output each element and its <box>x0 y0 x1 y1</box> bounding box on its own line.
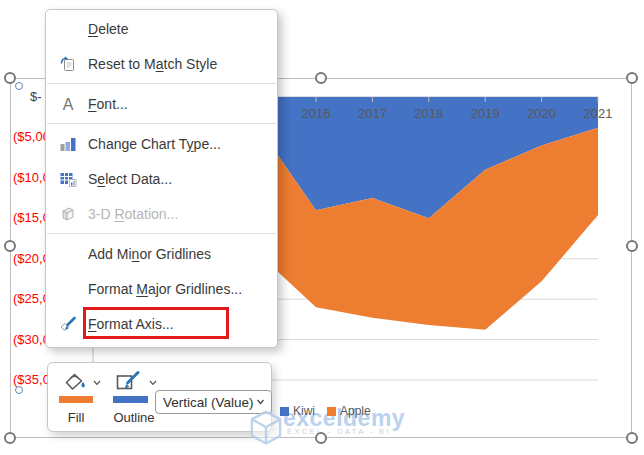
menu-item-label: Format Major Gridlines... <box>88 281 242 297</box>
menu-item-format-major-gridlines[interactable]: Format Major Gridlines... <box>46 271 277 306</box>
category-axis-label[interactable]: 2016 <box>302 106 331 121</box>
menu-separator <box>47 233 276 234</box>
menu-icon-spacer <box>58 245 78 263</box>
selection-handle[interactable] <box>4 72 16 84</box>
fill-button[interactable]: Fill <box>48 410 104 425</box>
menu-item-reset-to-match-style[interactable]: Reset to Match Style <box>46 46 277 81</box>
watermark-cube-icon <box>246 406 286 450</box>
menu-item-label: Reset to Match Style <box>88 56 217 72</box>
rotation-icon <box>58 205 78 223</box>
category-axis-label[interactable]: 2018 <box>414 106 443 121</box>
mini-toolbar: Fill Outline Vertical (Value) <box>47 362 272 432</box>
chart-element-dropdown-value: Vertical (Value) <box>163 395 254 410</box>
svg-text:A: A <box>63 95 74 112</box>
legend-item-apple[interactable]: Apple <box>327 404 371 418</box>
selection-handle[interactable] <box>626 72 638 84</box>
fill-color-swatch[interactable] <box>59 396 93 403</box>
chart-type-icon <box>58 135 78 153</box>
watermark-subtitle: EXCEL - DATA - BI <box>287 427 391 436</box>
menu-item-change-chart-type[interactable]: Change Chart Type... <box>46 126 277 161</box>
excel-chart-screenshot: 201620172018201920202021 $-($5,000)($10,… <box>0 0 644 455</box>
format-axis-icon <box>58 315 78 333</box>
value-axis-label[interactable]: $- <box>30 90 42 104</box>
outline-dropdown-chevron[interactable] <box>149 380 157 386</box>
legend-label: Kiwi <box>293 404 315 418</box>
menu-item-delete[interactable]: Delete <box>46 11 277 46</box>
axis-selection-dot-top <box>15 82 23 90</box>
selection-handle[interactable] <box>315 432 327 444</box>
menu-separator <box>47 83 276 84</box>
chevron-down-icon <box>256 399 265 405</box>
legend-label: Apple <box>340 404 371 418</box>
selection-handle[interactable] <box>315 72 327 84</box>
format-axis-highlight-box <box>83 307 229 339</box>
fill-bucket-icon[interactable] <box>60 370 88 396</box>
menu-item-label: 3-D Rotation... <box>88 206 178 222</box>
menu-item-label: Add Minor Gridlines <box>88 246 211 262</box>
selection-handle[interactable] <box>4 432 16 444</box>
font-icon: A <box>58 95 78 113</box>
menu-item-label: Delete <box>88 21 128 37</box>
category-axis-label[interactable]: 2020 <box>527 106 556 121</box>
outline-color-swatch[interactable] <box>113 396 148 403</box>
menu-item-add-minor-gridlines[interactable]: Add Minor Gridlines <box>46 236 277 271</box>
menu-separator <box>47 123 276 124</box>
menu-item-label: Font... <box>88 96 128 112</box>
selection-handle[interactable] <box>626 432 638 444</box>
reset-icon <box>58 55 78 73</box>
axis-selection-dot-bottom <box>15 386 23 394</box>
category-axis-label[interactable]: 2019 <box>471 106 500 121</box>
selection-handle[interactable] <box>626 240 638 252</box>
category-axis-label[interactable]: 2021 <box>584 106 613 121</box>
legend-swatch <box>327 407 336 416</box>
chart-legend[interactable]: KiwiApple <box>280 404 371 418</box>
menu-item-select-data[interactable]: Select Data... <box>46 161 277 196</box>
selection-handle[interactable] <box>4 240 16 252</box>
menu-item-label: Select Data... <box>88 171 172 187</box>
menu-item-font[interactable]: AFont... <box>46 86 277 121</box>
menu-item-label: Change Chart Type... <box>88 136 221 152</box>
fill-dropdown-chevron[interactable] <box>93 380 101 386</box>
outline-pencil-icon[interactable] <box>114 370 142 396</box>
category-axis-label[interactable]: 2017 <box>358 106 387 121</box>
menu-icon-spacer <box>58 280 78 298</box>
menu-icon-spacer <box>58 20 78 38</box>
menu-item-3d-rotation[interactable]: 3-D Rotation... <box>46 196 277 231</box>
context-menu: DeleteReset to Match StyleAFont...Change… <box>45 9 278 348</box>
select-data-icon <box>58 170 78 188</box>
